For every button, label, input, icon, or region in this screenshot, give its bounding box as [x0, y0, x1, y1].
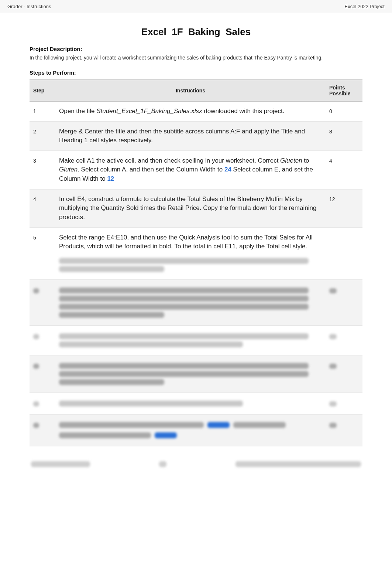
- blurred-content: [159, 461, 166, 467]
- blurred-content: [59, 363, 309, 369]
- instr-text: to: [302, 157, 309, 164]
- step-points: [326, 228, 362, 280]
- instr-text: downloaded with this project.: [202, 108, 284, 115]
- blurred-content: [33, 423, 39, 428]
- step-points: 12: [326, 189, 362, 228]
- instr-text: Select the range E4:E10, and then use th…: [59, 234, 313, 250]
- blurred-content: [59, 333, 309, 339]
- step-instructions: Merge & Center the title and then the su…: [55, 122, 326, 151]
- step-points: 8: [326, 122, 362, 151]
- table-row-blurred: [30, 393, 362, 414]
- steps-table: Step Instructions Points Possible 1 Open…: [30, 79, 362, 446]
- steps-heading: Steps to Perform:: [30, 69, 362, 76]
- step-number: 4: [30, 189, 55, 228]
- blurred-content: [329, 401, 337, 406]
- header-right: Excel 2022 Project: [345, 4, 385, 9]
- page-title: Excel_1F_Baking_Sales: [30, 26, 362, 38]
- blurred-content: [33, 334, 39, 339]
- table-row: 2 Merge & Center the title and then the …: [30, 122, 362, 151]
- blurred-content: [59, 304, 309, 310]
- project-description: In the following project, you will creat…: [30, 54, 362, 61]
- step-number: 2: [30, 122, 55, 151]
- blurred-content: [233, 422, 286, 428]
- step-number: 1: [30, 101, 55, 122]
- blurred-content: [33, 401, 39, 406]
- blurred-blue-content: [155, 432, 177, 438]
- blurred-content: [235, 461, 361, 467]
- table-row: 4 In cell E4, construct a formula to cal…: [30, 189, 362, 228]
- blurred-content: [329, 334, 337, 339]
- table-row: 1 Open the file Student_Excel_1F_Baking_…: [30, 101, 362, 122]
- blurred-content: [59, 422, 204, 428]
- blue-number: 24: [224, 166, 231, 173]
- step-instructions: In cell E4, construct a formula to calcu…: [55, 189, 326, 228]
- step-instructions: Select the range E4:E10, and then use th…: [55, 228, 326, 280]
- step-points: 4: [326, 151, 362, 189]
- col-points: Points Possible: [326, 80, 362, 101]
- content: Excel_1F_Baking_Sales Project Descriptio…: [0, 13, 392, 482]
- blurred-content: [329, 423, 337, 428]
- step-number: 5: [30, 228, 55, 280]
- table-row: 3 Make cell A1 the active cell, and then…: [30, 151, 362, 189]
- table-row-blurred: [30, 326, 362, 355]
- table-row-blurred: [30, 280, 362, 326]
- blurred-content: [33, 364, 39, 369]
- blurred-content: [59, 432, 151, 438]
- blurred-content: [31, 461, 90, 467]
- blurred-content: [59, 379, 164, 385]
- col-instructions: Instructions: [55, 80, 326, 101]
- project-description-heading: Project Description:: [30, 46, 362, 52]
- footer-blurred: [30, 461, 362, 467]
- blurred-content: [33, 288, 39, 293]
- step-points: 0: [326, 101, 362, 122]
- header-left: Grader - Instructions: [7, 4, 51, 9]
- step-number: 3: [30, 151, 55, 189]
- table-row-blurred: [30, 414, 362, 446]
- blurred-content: [329, 288, 337, 293]
- blue-number: 12: [107, 175, 114, 182]
- blurred-content: [59, 288, 309, 293]
- step-instructions: Open the file Student_Excel_1F_Baking_Sa…: [55, 101, 326, 122]
- blurred-content: [59, 401, 243, 406]
- instr-text: . Select column A, and then set the Colu…: [78, 166, 224, 173]
- file-name: Student_Excel_1F_Baking_Sales.xlsx: [96, 108, 202, 115]
- header-bar: Grader - Instructions Excel 2022 Project: [0, 0, 392, 13]
- blurred-content: [329, 364, 337, 369]
- italic-term: Glueten: [280, 157, 302, 164]
- step-instructions: Make cell A1 the active cell, and then c…: [55, 151, 326, 189]
- blurred-content: [59, 296, 309, 302]
- blurred-content: [59, 312, 164, 318]
- blurred-content: [59, 371, 309, 377]
- table-row: 5 Select the range E4:E10, and then use …: [30, 228, 362, 280]
- blurred-blue-content: [207, 422, 230, 428]
- table-header-row: Step Instructions Points Possible: [30, 80, 362, 101]
- table-row-blurred: [30, 355, 362, 393]
- blurred-content: [59, 341, 243, 347]
- italic-term: Gluten: [59, 166, 78, 173]
- col-step: Step: [30, 80, 55, 101]
- blurred-content: [59, 258, 309, 264]
- instr-text: Open the file: [59, 108, 96, 115]
- instr-text: Make cell A1 the active cell, and then c…: [59, 157, 280, 164]
- blurred-content: [59, 266, 164, 272]
